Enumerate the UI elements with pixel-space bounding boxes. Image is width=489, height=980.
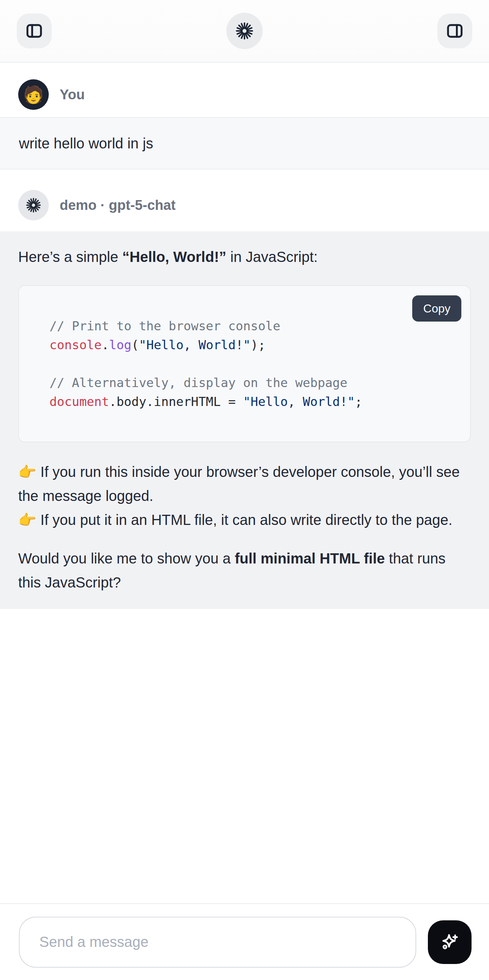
code-block: Copy // Print to the browser console con… (18, 285, 471, 442)
user-message-text: write hello world in js (0, 117, 489, 170)
notes-paragraph: 👉 If you run this inside your browser’s … (18, 460, 471, 532)
starburst-icon (235, 21, 254, 41)
sidebar-toggle-button[interactable] (17, 13, 52, 48)
assistant-avatar (18, 190, 49, 220)
intro-bold: “Hello, World!” (122, 249, 226, 265)
code-content: // Print to the browser console console.… (49, 317, 456, 411)
top-bar (0, 0, 489, 62)
intro-paragraph: Here’s a simple “Hello, World!” in JavaS… (18, 245, 471, 269)
chat-app: 🧑 You write hello world in js demo · gpt… (0, 0, 489, 980)
note-line: 👉 If you run this inside your browser’s … (18, 460, 471, 508)
sparkle-icon (438, 931, 461, 954)
note-line: 👉 If you put it in an HTML file, it can … (18, 508, 471, 532)
copy-button[interactable]: Copy (412, 295, 461, 321)
assistant-message-body: Here’s a simple “Hello, World!” in JavaS… (0, 231, 489, 609)
message-input[interactable] (19, 917, 416, 967)
user-author-row: 🧑 You (0, 62, 489, 117)
user-avatar: 🧑 (18, 79, 49, 110)
empty-scroll-area (0, 609, 489, 903)
right-panel-toggle-button[interactable] (437, 13, 472, 48)
panel-left-icon (25, 21, 44, 40)
send-button[interactable] (428, 920, 471, 964)
followup-bold: full minimal HTML file (235, 550, 385, 566)
composer-bar (0, 903, 489, 980)
brand-button[interactable] (226, 13, 263, 49)
assistant-author-name: demo · gpt-5-chat (60, 197, 176, 213)
user-message: 🧑 You write hello world in js (0, 62, 489, 170)
assistant-message: demo · gpt-5-chat Here’s a simple “Hello… (0, 170, 489, 609)
intro-pre: Here’s a simple (18, 249, 122, 265)
user-author-name: You (60, 87, 85, 103)
assistant-author-row: demo · gpt-5-chat (0, 170, 489, 231)
followup-paragraph: Would you like me to show you a full min… (18, 546, 471, 594)
user-avatar-emoji: 🧑 (23, 86, 44, 103)
followup-pre: Would you like me to show you a (18, 550, 235, 566)
starburst-icon (25, 197, 42, 213)
panel-right-icon (445, 21, 464, 40)
intro-post: in JavaScript: (226, 249, 318, 265)
